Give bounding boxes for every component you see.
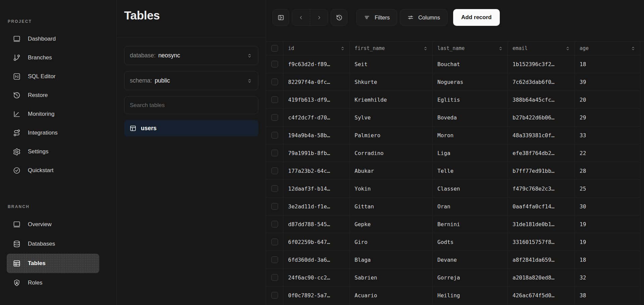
table-cell-email[interactable]: 48a339381c0f… <box>508 126 575 144</box>
collapse-panel-button[interactable] <box>272 9 289 26</box>
table-cell-email[interactable]: 388b64a45cfc… <box>508 91 575 108</box>
sort-icon[interactable] <box>423 46 428 51</box>
table-cell-last_name[interactable]: Telle <box>433 162 508 180</box>
table-cell-first_name[interactable]: Gepke <box>350 215 433 233</box>
table-cell-id[interactable]: c4f2dc7f-d70… <box>283 109 350 126</box>
table-cell-email[interactable]: 3316015757f8… <box>508 233 575 251</box>
sidebar-item-integrations[interactable]: Integrations <box>7 123 99 142</box>
table-cell-last_name[interactable]: Devane <box>433 251 508 268</box>
row-checkbox[interactable] <box>271 96 278 103</box>
sort-icon[interactable] <box>498 46 503 51</box>
columns-button[interactable]: Columns <box>400 9 447 26</box>
table-cell-first_name[interactable]: Giro <box>350 233 433 251</box>
table-cell-age[interactable]: 33 <box>575 126 640 144</box>
table-cell-age[interactable]: 38 <box>575 287 640 304</box>
previous-page-button[interactable] <box>292 9 310 26</box>
table-cell-last_name[interactable]: Eglitis <box>433 91 508 108</box>
column-header-id[interactable]: id <box>283 42 350 55</box>
sidebar-item-settings[interactable]: Settings <box>7 142 99 161</box>
sidebar-item-sql-editor[interactable]: SQL Editor <box>7 67 99 86</box>
table-cell-last_name[interactable]: Heiling <box>433 287 508 304</box>
row-checkbox[interactable] <box>271 203 278 210</box>
table-cell-first_name[interactable]: Abukar <box>350 162 433 180</box>
sidebar-item-roles[interactable]: Roles <box>7 273 99 293</box>
table-cell-age[interactable]: 19 <box>575 215 640 233</box>
sidebar-item-dashboard[interactable]: Dashboard <box>7 30 99 48</box>
schema-select[interactable]: schema: public <box>124 71 258 90</box>
column-header-email[interactable]: email <box>508 42 575 55</box>
table-cell-email[interactable]: f479c768e2c3… <box>508 180 575 197</box>
row-checkbox[interactable] <box>271 256 278 263</box>
table-cell-first_name[interactable]: Yokin <box>350 180 433 197</box>
sidebar-item-quickstart[interactable]: Quickstart <box>7 161 99 180</box>
table-cell-id[interactable]: 6fd360dd-3a6… <box>283 251 350 268</box>
table-cell-age[interactable]: 19 <box>575 233 640 251</box>
table-cell-id[interactable]: 82297f4a-0fc… <box>283 73 350 91</box>
table-cell-email[interactable]: b7ff77ed91bb… <box>508 162 575 180</box>
row-checkbox[interactable] <box>271 132 278 139</box>
table-cell-id[interactable]: d87dd788-545… <box>283 215 350 233</box>
table-cell-email[interactable]: 426ac674f5d0… <box>508 287 575 304</box>
table-cell-email[interactable]: a8f2841da659… <box>508 251 575 268</box>
sidebar-item-restore[interactable]: Restore <box>7 86 99 105</box>
table-cell-first_name[interactable]: Acuario <box>350 287 433 304</box>
table-cell-first_name[interactable]: Corradino <box>350 144 433 162</box>
table-cell-last_name[interactable]: Bernini <box>433 215 508 233</box>
table-cell-id[interactable]: 0f0c7892-5a7… <box>283 287 350 304</box>
table-cell-last_name[interactable]: Moron <box>433 126 508 144</box>
table-cell-first_name[interactable]: Sylve <box>350 109 433 126</box>
history-button[interactable] <box>331 9 347 26</box>
table-cell-last_name[interactable]: Oran <box>433 198 508 215</box>
table-cell-last_name[interactable]: Liga <box>433 144 508 162</box>
table-cell-last_name[interactable]: Godts <box>433 233 508 251</box>
table-list-item-users[interactable]: users <box>124 120 258 137</box>
table-cell-last_name[interactable]: Nogueras <box>433 73 508 91</box>
search-tables-input[interactable] <box>124 96 258 114</box>
table-cell-first_name[interactable]: Seit <box>350 55 433 73</box>
table-cell-age[interactable]: 28 <box>575 162 640 180</box>
database-select[interactable]: database: neosync <box>124 46 258 65</box>
column-header-age[interactable]: age <box>575 42 640 55</box>
table-cell-email[interactable]: a2018a820ed8… <box>508 269 575 286</box>
next-page-button[interactable] <box>310 9 328 26</box>
table-cell-first_name[interactable]: Palmiero <box>350 126 433 144</box>
table-cell-age[interactable]: 30 <box>575 198 640 215</box>
row-checkbox[interactable] <box>271 274 278 281</box>
sidebar-item-monitoring[interactable]: Monitoring <box>7 105 99 123</box>
row-checkbox[interactable] <box>271 292 278 299</box>
table-cell-id[interactable]: 79a1991b-8fb… <box>283 144 350 162</box>
table-cell-age[interactable]: 29 <box>575 109 640 126</box>
table-cell-last_name[interactable]: Classen <box>433 180 508 197</box>
table-cell-age[interactable]: 20 <box>575 91 640 108</box>
row-checkbox[interactable] <box>271 221 278 227</box>
sidebar-item-branches[interactable]: Branches <box>7 48 99 67</box>
row-checkbox[interactable] <box>271 167 278 174</box>
row-checkbox[interactable] <box>271 185 278 192</box>
table-cell-last_name[interactable]: Bouchat <box>433 55 508 73</box>
sort-icon[interactable] <box>565 46 571 51</box>
table-cell-id[interactable]: 24f6ac90-cc2… <box>283 269 350 286</box>
table-cell-age[interactable]: 18 <box>575 55 640 73</box>
row-checkbox[interactable] <box>271 150 278 156</box>
sort-icon[interactable] <box>340 46 345 51</box>
table-cell-last_name[interactable]: Boveda <box>433 109 508 126</box>
sort-icon[interactable] <box>630 46 636 51</box>
add-record-button[interactable]: Add record <box>453 9 500 26</box>
table-cell-id[interactable]: 3e2ad11d-f1e… <box>283 198 350 215</box>
table-cell-id[interactable]: f9c63d2d-f89… <box>283 55 350 73</box>
table-cell-id[interactable]: 194a9b4a-58b… <box>283 126 350 144</box>
table-cell-email[interactable]: 7c62d3dab6f0… <box>508 73 575 91</box>
table-cell-id[interactable]: 177a23b2-64c… <box>283 162 350 180</box>
table-cell-id[interactable]: 6f02259b-647… <box>283 233 350 251</box>
table-cell-first_name[interactable]: Gittan <box>350 198 433 215</box>
row-checkbox[interactable] <box>271 114 278 121</box>
table-cell-first_name[interactable]: Blaga <box>350 251 433 268</box>
table-cell-id[interactable]: 12daaf3f-b14… <box>283 180 350 197</box>
table-cell-age[interactable]: 32 <box>575 269 640 286</box>
column-header-last_name[interactable]: last_name <box>433 42 508 55</box>
table-cell-age[interactable]: 18 <box>575 251 640 268</box>
table-cell-id[interactable]: 419fb613-df9… <box>283 91 350 108</box>
select-all-checkbox[interactable] <box>271 45 278 52</box>
table-cell-age[interactable]: 22 <box>575 144 640 162</box>
table-cell-email[interactable]: 1b152396c3f2… <box>508 55 575 73</box>
